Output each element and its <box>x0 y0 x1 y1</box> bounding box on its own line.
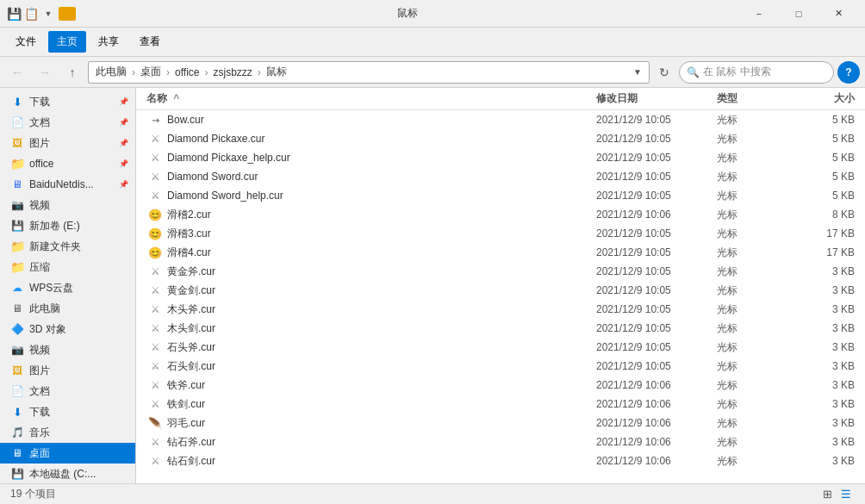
window-controls: − □ ✕ <box>739 0 858 28</box>
main-layout: ⬇ 下载 📌 📄 文档 📌 🖼 图片 📌 📁 office 📌 🖥 BaiduN… <box>0 88 865 483</box>
file-row[interactable]: ⚔ 铁斧.cur 2021/12/9 10:06 光标 3 KB <box>136 376 865 395</box>
file-row[interactable]: 😊 滑稽3.cur 2021/12/9 10:05 光标 17 KB <box>136 224 865 243</box>
forward-button[interactable]: → <box>33 60 57 84</box>
file-type-icon: ⚔ <box>146 340 164 354</box>
file-row[interactable]: ⚔ Diamond Pickaxe.cur 2021/12/9 10:05 光标… <box>136 129 865 148</box>
file-row[interactable]: ⚔ 石头斧.cur 2021/12/9 10:05 光标 3 KB <box>136 338 865 357</box>
sidebar-item-thispc[interactable]: 🖥 此电脑 <box>0 298 135 319</box>
address-part-pc: 此电脑 <box>96 65 127 79</box>
address-part-office: office <box>175 66 199 78</box>
file-row[interactable]: ⚔ 石头剑.cur 2021/12/9 10:05 光标 3 KB <box>136 357 865 376</box>
maximize-button[interactable]: □ <box>779 0 818 28</box>
sidebar: ⬇ 下载 📌 📄 文档 📌 🖼 图片 📌 📁 office 📌 🖥 BaiduN… <box>0 88 136 483</box>
minimize-button[interactable]: − <box>739 0 779 28</box>
file-row[interactable]: ⚔ 钻石剑.cur 2021/12/9 10:06 光标 3 KB <box>136 451 865 470</box>
sidebar-item-newe[interactable]: 💾 新加卷 (E:) <box>0 215 135 236</box>
col-header-size[interactable]: 大小 <box>786 91 855 106</box>
file-row[interactable]: ⚔ 木头斧.cur 2021/12/9 10:05 光标 3 KB <box>136 300 865 319</box>
file-row[interactable]: ⚔ 黄金斧.cur 2021/12/9 10:05 光标 3 KB <box>136 262 865 281</box>
col-header-date[interactable]: 修改日期 <box>596 91 717 106</box>
file-size: 3 KB <box>786 303 855 315</box>
details-view-button[interactable]: ☰ <box>837 486 855 503</box>
file-row[interactable]: ⚔ Diamond Pickaxe_help.cur 2021/12/9 10:… <box>136 148 865 167</box>
sidebar-item-3d[interactable]: 🔷 3D 对象 <box>0 319 135 339</box>
file-size: 8 KB <box>786 208 855 221</box>
view-buttons: ⊞ ☰ <box>818 486 855 503</box>
file-row[interactable]: ⚔ 黄金剑.cur 2021/12/9 10:05 光标 3 KB <box>136 281 865 300</box>
file-size: 5 KB <box>786 190 855 202</box>
sidebar-label-video2: 视频 <box>29 343 128 358</box>
dl2-icon: ⬇ <box>10 405 24 419</box>
col-header-name[interactable]: 名称 ^ <box>146 91 596 106</box>
sidebar-label-video: 视频 <box>29 198 128 213</box>
file-row[interactable]: 😊 滑稽4.cur 2021/12/9 10:05 光标 17 KB <box>136 243 865 262</box>
file-row[interactable]: 😊 滑稽2.cur 2021/12/9 10:06 光标 8 KB <box>136 205 865 224</box>
file-size: 17 KB <box>786 227 855 240</box>
file-name: Bow.cur <box>167 114 596 126</box>
sidebar-item-desktop[interactable]: 🖥 桌面 <box>0 443 135 464</box>
sidebar-item-dl2[interactable]: ⬇ 下载 <box>0 401 135 422</box>
menu-file[interactable]: 文件 <box>7 31 45 53</box>
back-button[interactable]: ← <box>5 60 29 84</box>
file-size: 3 KB <box>786 379 855 391</box>
help-button[interactable]: ? <box>837 61 860 84</box>
sidebar-item-office[interactable]: 📁 office 📌 <box>0 153 135 174</box>
file-row[interactable]: ⚔ 钻石斧.cur 2021/12/9 10:06 光标 3 KB <box>136 432 865 451</box>
refresh-button[interactable]: ↻ <box>653 61 675 84</box>
save-icon[interactable]: 💾 <box>7 7 21 21</box>
file-type-icon: 😊 <box>146 246 164 259</box>
item-count: 19 个项目 <box>10 487 56 501</box>
sidebar-label-pics: 图片 <box>29 136 114 151</box>
properties-icon[interactable]: 📋 <box>24 7 38 21</box>
sidebar-item-docs2[interactable]: 📄 文档 <box>0 381 135 401</box>
sidebar-item-music[interactable]: 🎵 音乐 <box>0 422 135 443</box>
file-date: 2021/12/9 10:06 <box>596 398 717 410</box>
sidebar-item-pics2[interactable]: 🖼 图片 <box>0 360 135 381</box>
close-button[interactable]: ✕ <box>818 0 858 28</box>
file-date: 2021/12/9 10:05 <box>596 303 717 315</box>
sidebar-item-docs[interactable]: 📄 文档 📌 <box>0 112 135 133</box>
pin-icon: 📌 <box>119 97 128 106</box>
file-name: 滑稽2.cur <box>167 208 596 222</box>
address-dropdown-icon[interactable]: ▼ <box>633 67 642 77</box>
status-bar: 19 个项目 ⊞ ☰ <box>0 483 865 504</box>
large-icons-view-button[interactable]: ⊞ <box>818 486 836 503</box>
file-row[interactable]: ↗ Bow.cur 2021/12/9 10:05 光标 5 KB <box>136 110 865 129</box>
file-name: 滑稽3.cur <box>167 227 596 241</box>
sidebar-item-pics[interactable]: 🖼 图片 📌 <box>0 133 135 153</box>
file-row[interactable]: ⚔ Diamond Sword.cur 2021/12/9 10:05 光标 5… <box>136 167 865 186</box>
file-row[interactable]: ⚔ 铁剑.cur 2021/12/9 10:06 光标 3 KB <box>136 395 865 414</box>
search-bar[interactable]: 🔍 在 鼠标 中搜索 <box>679 61 834 84</box>
sidebar-item-download[interactable]: ⬇ 下载 📌 <box>0 91 135 112</box>
sidebar-item-compress[interactable]: 📁 压缩 <box>0 257 135 277</box>
col-header-type[interactable]: 类型 <box>717 91 786 106</box>
file-name: 石头剑.cur <box>167 359 596 374</box>
sidebar-item-localc[interactable]: 💾 本地磁盘 (C:... <box>0 464 135 483</box>
file-size: 5 KB <box>786 114 855 126</box>
file-name: 钻石斧.cur <box>167 435 596 450</box>
file-row[interactable]: ⚔ Diamond Sword_help.cur 2021/12/9 10:05… <box>136 186 865 205</box>
sidebar-item-wps[interactable]: ☁ WPS云盘 <box>0 277 135 298</box>
sidebar-item-video2[interactable]: 📷 视频 <box>0 339 135 360</box>
toolbar: ← → ↑ 此电脑 › 桌面 › office › zsjsbzzz › 鼠标 … <box>0 57 865 88</box>
file-date: 2021/12/9 10:05 <box>596 114 717 126</box>
file-date: 2021/12/9 10:05 <box>596 133 717 145</box>
sidebar-item-video[interactable]: 📷 视频 <box>0 195 135 215</box>
search-icon: 🔍 <box>687 66 700 78</box>
up-button[interactable]: ↑ <box>60 60 84 84</box>
music-icon: 🎵 <box>10 426 24 439</box>
file-type: 光标 <box>717 189 786 203</box>
dropdown-icon[interactable]: ▼ <box>41 7 55 21</box>
address-bar[interactable]: 此电脑 › 桌面 › office › zsjsbzzz › 鼠标 ▼ <box>88 61 650 84</box>
menu-home[interactable]: 主页 <box>48 31 86 53</box>
file-type: 光标 <box>717 208 786 222</box>
column-headers: 名称 ^ 修改日期 类型 大小 <box>136 88 865 110</box>
sidebar-item-baidunet[interactable]: 🖥 BaiduNetdis... 📌 <box>0 174 135 195</box>
sidebar-label-dl2: 下载 <box>29 405 128 420</box>
menu-view[interactable]: 查看 <box>131 31 169 53</box>
file-row[interactable]: ⚔ 木头剑.cur 2021/12/9 10:05 光标 3 KB <box>136 319 865 338</box>
file-row[interactable]: 🪶 羽毛.cur 2021/12/9 10:06 光标 3 KB <box>136 414 865 432</box>
menu-share[interactable]: 共享 <box>90 31 128 53</box>
sidebar-item-newdir[interactable]: 📁 新建文件夹 <box>0 236 135 257</box>
file-name: 木头斧.cur <box>167 302 596 317</box>
